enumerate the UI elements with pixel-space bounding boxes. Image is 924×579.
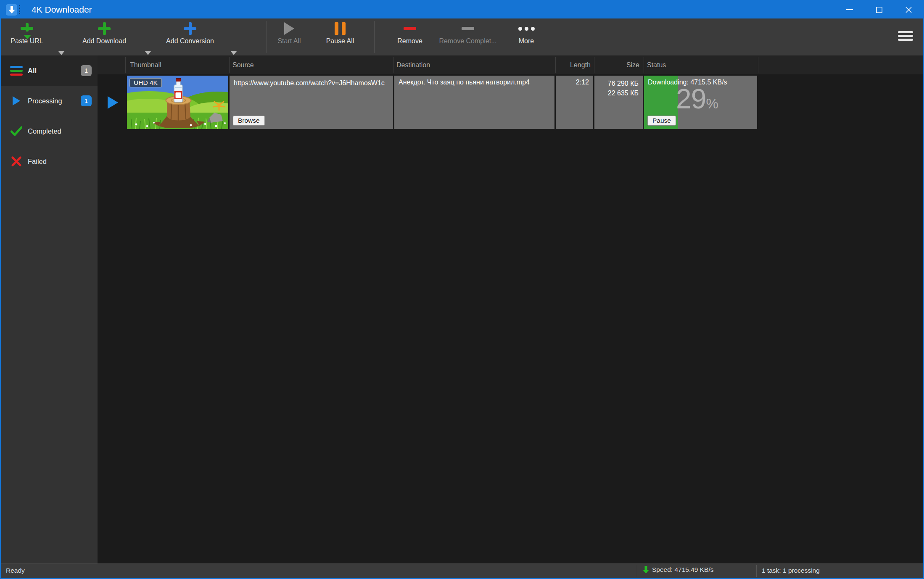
maximize-button[interactable] — [864, 1, 894, 18]
minimize-button[interactable] — [835, 1, 864, 18]
all-count-badge: 1 — [81, 65, 92, 76]
more-icon — [518, 21, 535, 37]
destination-filename: Анекдот. Что заяц по пьяни натворил.mp4 — [394, 76, 554, 89]
download-list: Thumbnail Source Destination Length Size… — [98, 55, 923, 564]
statusbar-separator — [756, 565, 757, 577]
pause-all-button[interactable]: Pause All — [306, 21, 374, 53]
paste-url-icon — [21, 21, 33, 37]
sidebar-item-completed[interactable]: Completed — [1, 116, 98, 146]
size-downloaded: 22 635 КБ — [599, 88, 639, 98]
status-cell: Downloading: 4715.5 KB/s 29% Pause — [644, 76, 757, 129]
window-title: 4K Downloader — [32, 5, 92, 15]
add-conversion-icon — [184, 21, 196, 37]
column-header-source[interactable]: Source — [232, 55, 254, 74]
toolbar: Paste URL Add Download Add Conversion St… — [1, 18, 923, 55]
add-conversion-button[interactable]: Add Conversion — [156, 21, 224, 53]
pause-button[interactable]: Pause — [647, 116, 676, 126]
size-total: 76 290 КБ — [599, 79, 639, 88]
all-filter-icon — [9, 66, 24, 76]
column-header-length[interactable]: Length — [555, 55, 591, 74]
sidebar-item-failed[interactable]: Failed — [1, 146, 98, 176]
remove-icon — [404, 21, 416, 37]
table-header: Thumbnail Source Destination Length Size… — [98, 55, 923, 74]
active-row-play-indicator — [108, 96, 118, 109]
pause-all-icon — [335, 21, 346, 37]
column-separator — [758, 57, 758, 73]
speed-indicator: Speed: 4715.49 KB/s — [643, 566, 714, 574]
sidebar: All 1 Processing 1 Completed Failed — [1, 55, 98, 564]
tasks-text: 1 task: 1 processing — [762, 567, 820, 574]
length-value: 2:12 — [556, 76, 593, 89]
column-header-status[interactable]: Status — [647, 55, 666, 74]
app-logo-dots — [19, 4, 21, 16]
column-separator — [393, 57, 393, 73]
app-logo-icon — [6, 4, 17, 16]
column-header-destination[interactable]: Destination — [396, 55, 430, 74]
destination-cell: Анекдот. Что заяц по пьяни натворил.mp4 — [394, 76, 554, 129]
speed-down-arrow-icon — [643, 566, 649, 574]
start-all-icon — [284, 21, 294, 37]
source-url: https://www.youtube.com/watch?v=J6Hhamos… — [230, 76, 393, 91]
thumbnail-cell[interactable]: UHD 4K — [127, 76, 228, 129]
remove-button[interactable]: Remove — [376, 21, 444, 53]
add-download-dropdown-icon[interactable] — [145, 51, 151, 55]
remove-completed-button: Remove Complet... — [434, 21, 502, 53]
title-bar: 4K Downloader — [1, 1, 923, 18]
sidebar-item-processing[interactable]: Processing 1 — [1, 86, 98, 116]
column-header-thumbnail[interactable]: Thumbnail — [130, 55, 161, 74]
quality-badge: UHD 4K — [129, 78, 162, 87]
add-conversion-dropdown-icon[interactable] — [231, 51, 237, 55]
remove-completed-icon — [462, 21, 474, 37]
add-download-icon — [98, 21, 111, 37]
sidebar-item-all[interactable]: All 1 — [1, 55, 98, 86]
progress-percent: 29% — [676, 85, 718, 113]
failed-x-icon — [9, 156, 24, 166]
window-controls — [835, 1, 923, 18]
source-cell: https://www.youtube.com/watch?v=J6Hhamos… — [230, 76, 393, 129]
app-window: 4K Downloader Paste URL Add Down — [0, 0, 924, 579]
column-separator — [229, 57, 230, 73]
paste-url-dropdown-icon[interactable] — [58, 51, 64, 55]
status-bar: Ready Speed: 4715.49 KB/s 1 task: 1 proc… — [1, 563, 923, 578]
column-separator — [125, 57, 126, 73]
add-download-button[interactable]: Add Download — [71, 21, 138, 53]
menu-hamburger-icon[interactable] — [898, 29, 913, 42]
completed-check-icon — [9, 126, 24, 136]
length-cell: 2:12 — [556, 76, 593, 129]
size-cell: 76 290 КБ 22 635 КБ — [594, 76, 643, 129]
column-header-size[interactable]: Size — [594, 55, 639, 74]
processing-count-badge: 1 — [81, 95, 92, 106]
paste-url-button[interactable]: Paste URL — [0, 21, 61, 53]
status-ready: Ready — [6, 567, 25, 574]
statusbar-separator — [637, 565, 637, 577]
close-button[interactable] — [894, 1, 923, 18]
processing-icon — [9, 96, 24, 105]
speed-text: Speed: 4715.49 KB/s — [652, 566, 714, 574]
more-button[interactable]: More — [493, 21, 560, 53]
browse-button[interactable]: Browse — [233, 116, 265, 126]
toolbar-separator — [374, 21, 375, 53]
column-separator — [644, 57, 644, 73]
